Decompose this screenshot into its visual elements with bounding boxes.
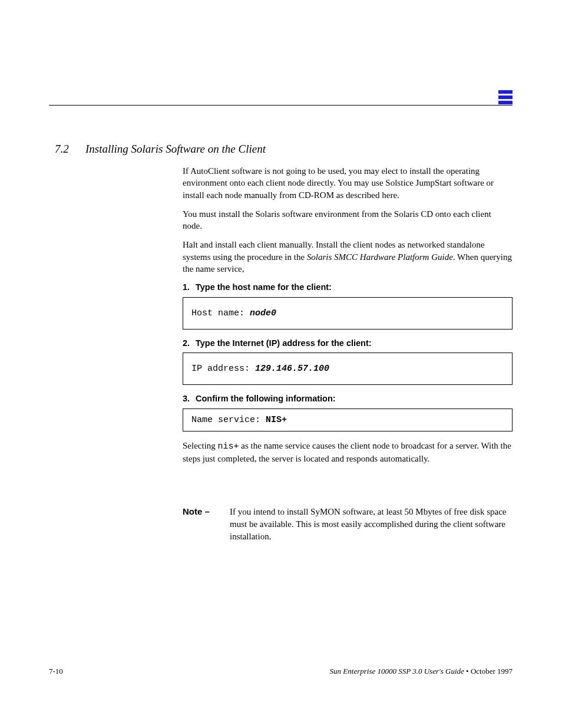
step-text: Confirm the following information: bbox=[196, 393, 513, 405]
doc-title: Sun Enterprise 10000 SSP 3.0 User's Guid… bbox=[330, 667, 464, 676]
paragraph: If AutoClient software is not going to b… bbox=[183, 165, 513, 201]
section-title: Installing Solaris Software on the Clien… bbox=[85, 143, 266, 156]
footer-right: Sun Enterprise 10000 SSP 3.0 User's Guid… bbox=[330, 667, 513, 676]
code-value: NIS+ bbox=[266, 415, 287, 425]
note: Note – If you intend to install SyMON so… bbox=[183, 506, 513, 543]
body-column: If AutoClient software is not going to b… bbox=[183, 165, 513, 543]
code-box-nameservice: Name service: NIS+ bbox=[183, 409, 513, 431]
code-label: Host name: bbox=[191, 308, 244, 318]
paragraph: You must install the Solaris software en… bbox=[183, 208, 513, 232]
menu-icon[interactable] bbox=[498, 90, 513, 104]
step-number: 1. bbox=[183, 282, 196, 294]
note-text: If you intend to install SyMON software,… bbox=[230, 506, 513, 543]
code-box-ip: IP address: 129.146.57.100 bbox=[183, 353, 513, 385]
code-label: Name service: bbox=[191, 415, 266, 425]
doc-date: • October 1997 bbox=[464, 667, 513, 676]
step-1: 1. Type the host name for the client: bbox=[183, 282, 513, 294]
step-3: 3. Confirm the following information: bbox=[183, 393, 513, 405]
note-label: Note – bbox=[183, 506, 230, 543]
paragraph: Halt and install each client manually. I… bbox=[183, 239, 513, 275]
code-value: 129.146.57.100 bbox=[255, 364, 329, 374]
inline-code: nis+ bbox=[218, 442, 239, 452]
step-text: Type the Internet (IP) address for the c… bbox=[196, 338, 513, 350]
section-number: 7.2 bbox=[55, 143, 69, 156]
step-2: 2. Type the Internet (IP) address for th… bbox=[183, 338, 513, 350]
manual-title: Solaris SMCC Hardware Platform Guide bbox=[307, 252, 453, 262]
code-box-hostname: Host name: node0 bbox=[183, 297, 513, 330]
text: Selecting bbox=[183, 441, 218, 450]
step-number: 3. bbox=[183, 393, 196, 405]
step-number: 2. bbox=[183, 338, 196, 350]
page: 7.2 Installing Solaris Software on the C… bbox=[0, 0, 562, 728]
page-number: 7-10 bbox=[49, 667, 63, 676]
code-label: IP address: bbox=[191, 364, 250, 374]
step-text: Type the host name for the client: bbox=[196, 282, 513, 294]
paragraph: Selecting nis+ as the name service cause… bbox=[183, 440, 513, 465]
header-rule bbox=[49, 105, 513, 106]
code-value: node0 bbox=[250, 308, 276, 318]
